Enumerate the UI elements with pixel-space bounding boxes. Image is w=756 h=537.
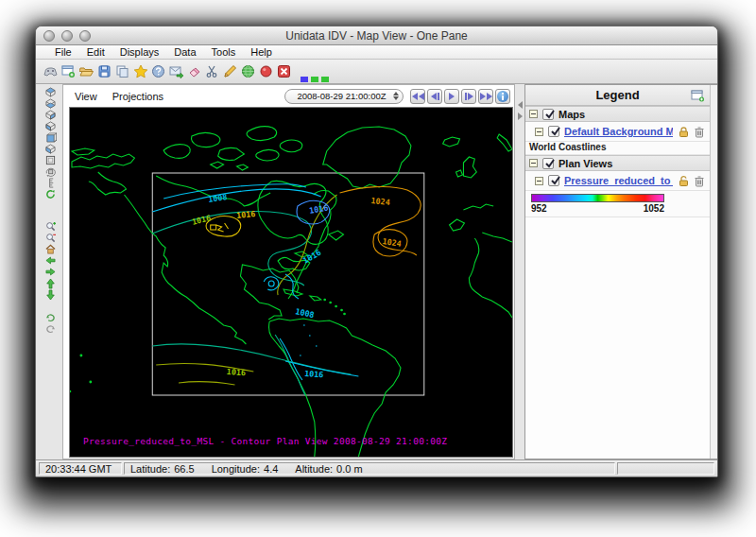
split-pane-divider[interactable] bbox=[515, 84, 524, 459]
viewpoint-toolbar bbox=[39, 84, 62, 459]
favorites-button[interactable] bbox=[131, 62, 149, 81]
status-bar: 20:33:44 GMT Latitude: 66.5 Longitude: 4… bbox=[36, 459, 717, 476]
check-icon bbox=[543, 157, 557, 170]
colorbar-block: 952 1052 bbox=[525, 191, 710, 217]
desktop-background: Unidata IDV - Map View - One Pane File E… bbox=[0, 0, 756, 537]
edit-button[interactable] bbox=[221, 62, 239, 81]
erase-button[interactable] bbox=[185, 62, 203, 81]
new-window-icon bbox=[61, 64, 76, 78]
unlock-icon[interactable] bbox=[678, 175, 690, 187]
contour-label: 1016 bbox=[191, 213, 212, 227]
help-icon bbox=[151, 64, 165, 78]
time-selector[interactable]: 2008-08-29 21:00:00Z bbox=[284, 89, 404, 104]
auto-rotate-button[interactable] bbox=[42, 189, 60, 199]
close-window-button[interactable] bbox=[43, 30, 55, 42]
projections-menu[interactable]: Projections bbox=[112, 91, 163, 102]
planviews-section-label: Plan Views bbox=[558, 158, 612, 169]
capture-globe-button[interactable] bbox=[239, 62, 257, 81]
pan-down-button[interactable] bbox=[42, 289, 60, 300]
collapse-right-icon[interactable] bbox=[518, 113, 523, 120]
collapse-maps-toggle[interactable] bbox=[529, 110, 538, 118]
cut-button[interactable] bbox=[203, 62, 221, 81]
view-south-button[interactable] bbox=[42, 132, 60, 143]
help-button[interactable] bbox=[149, 62, 167, 81]
go-to-start-button[interactable] bbox=[410, 89, 425, 104]
go-to-end-button[interactable] bbox=[478, 89, 493, 104]
menu-displays[interactable]: Displays bbox=[112, 46, 167, 58]
bgmaps-link[interactable]: Default Background Maps bbox=[564, 126, 673, 137]
float-legend-button[interactable] bbox=[691, 89, 705, 106]
cube-top-icon bbox=[44, 87, 57, 97]
memory-monitor[interactable] bbox=[301, 77, 329, 82]
contour-label: 1024 bbox=[370, 196, 390, 207]
map-display[interactable]: 1008101610161016102410241016100810161016… bbox=[69, 107, 513, 458]
home-view-button[interactable] bbox=[42, 244, 60, 254]
pan-up-button[interactable] bbox=[42, 278, 60, 288]
lock-icon[interactable] bbox=[678, 126, 690, 138]
view-bottom-button[interactable] bbox=[42, 98, 60, 109]
perspective-view-button[interactable] bbox=[42, 155, 60, 165]
pressure-colorbar[interactable] bbox=[531, 194, 664, 202]
play-button[interactable] bbox=[444, 89, 459, 104]
legend-section-maps: Maps bbox=[525, 106, 710, 122]
view-west-button[interactable] bbox=[42, 144, 60, 154]
copy-button[interactable] bbox=[113, 62, 131, 81]
pressure-link[interactable]: Pressure_reduced_to_M... bbox=[564, 175, 673, 186]
clock-text: 20:33:44 GMT bbox=[45, 463, 112, 475]
collapse-planviews-toggle[interactable] bbox=[529, 159, 538, 167]
contour-label: 1016 bbox=[304, 369, 324, 379]
undo-button[interactable] bbox=[42, 312, 60, 322]
bgmaps-checkbox[interactable] bbox=[548, 126, 559, 137]
latitude-value: 66.5 bbox=[174, 463, 194, 475]
exit-button[interactable] bbox=[275, 62, 293, 81]
open-file-button[interactable] bbox=[77, 62, 95, 81]
rotate-view-button[interactable] bbox=[42, 166, 60, 177]
time-spinner[interactable] bbox=[393, 92, 399, 100]
vertical-scale-button[interactable] bbox=[42, 178, 60, 188]
memory-block bbox=[301, 77, 308, 82]
altitude-value: 0.0 m bbox=[336, 463, 363, 475]
pressure-checkbox[interactable] bbox=[548, 175, 559, 186]
view-north-button[interactable] bbox=[42, 110, 60, 120]
dashboard-button[interactable] bbox=[42, 62, 60, 81]
trash-icon[interactable] bbox=[694, 175, 705, 187]
step-forward-button[interactable] bbox=[461, 89, 476, 104]
legend-scrollbar[interactable] bbox=[710, 85, 717, 459]
menu-edit[interactable]: Edit bbox=[79, 46, 112, 58]
collapse-pressure-toggle[interactable] bbox=[535, 177, 543, 185]
legend-header: Legend bbox=[525, 85, 710, 106]
step-back-button[interactable] bbox=[427, 89, 442, 104]
globe-icon bbox=[241, 64, 255, 78]
menu-tools[interactable]: Tools bbox=[204, 46, 244, 58]
check-icon bbox=[549, 174, 562, 187]
maps-section-label: Maps bbox=[558, 109, 585, 120]
home-icon bbox=[44, 244, 57, 254]
menu-data[interactable]: Data bbox=[166, 46, 203, 58]
save-button[interactable] bbox=[95, 62, 113, 81]
pan-right-button[interactable] bbox=[42, 267, 60, 277]
clock-cell: 20:33:44 GMT bbox=[39, 462, 122, 475]
planviews-checkbox[interactable] bbox=[542, 158, 554, 169]
collapse-bgmaps-toggle[interactable] bbox=[535, 128, 543, 136]
view-east-button[interactable] bbox=[42, 121, 60, 131]
trash-icon[interactable] bbox=[694, 126, 705, 138]
view-menu[interactable]: View bbox=[75, 91, 97, 102]
refresh-icon bbox=[44, 189, 57, 199]
exit-icon bbox=[277, 64, 291, 78]
view-top-button[interactable] bbox=[42, 87, 60, 97]
send-support-button[interactable] bbox=[167, 62, 185, 81]
zoom-out-button[interactable] bbox=[42, 233, 60, 243]
minimize-window-button[interactable] bbox=[61, 30, 73, 42]
window-titlebar[interactable]: Unidata IDV - Map View - One Pane bbox=[36, 26, 717, 45]
zoom-window-button[interactable] bbox=[79, 30, 91, 42]
animation-properties-button[interactable] bbox=[495, 89, 510, 104]
collapse-left-icon[interactable] bbox=[518, 101, 523, 109]
menu-file[interactable]: File bbox=[47, 46, 79, 58]
menu-help[interactable]: Help bbox=[243, 46, 280, 58]
new-display-window-button[interactable] bbox=[60, 62, 77, 81]
record-movie-button[interactable] bbox=[257, 62, 275, 81]
redo-button[interactable] bbox=[42, 323, 60, 334]
zoom-in-button[interactable] bbox=[42, 221, 60, 232]
pan-left-button[interactable] bbox=[42, 255, 60, 266]
maps-checkbox[interactable] bbox=[542, 109, 554, 120]
